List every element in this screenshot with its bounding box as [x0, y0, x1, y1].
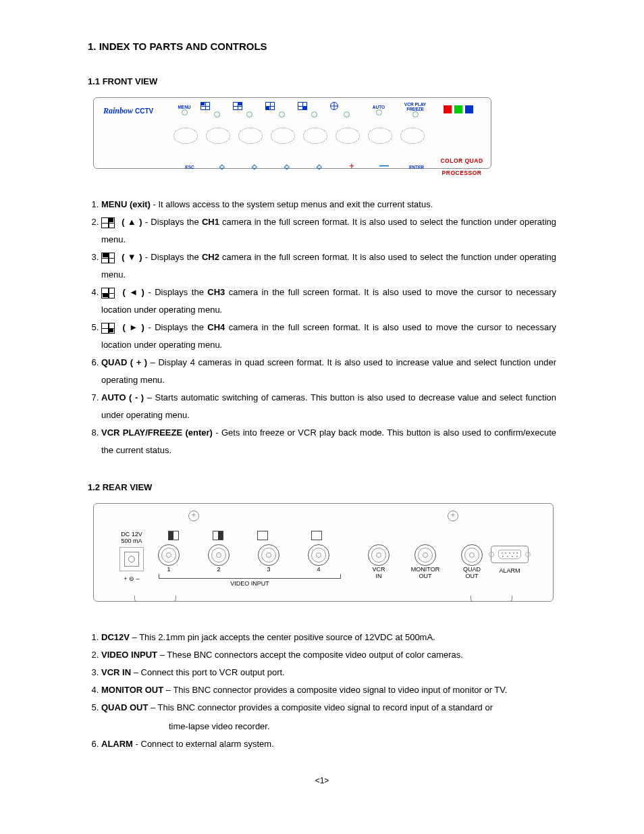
button-oval [271, 128, 295, 144]
polarity-label: + ⊖ – [119, 575, 144, 582]
button-oval [238, 128, 263, 144]
auto-label: AUTO [363, 105, 395, 109]
bnc-connector [258, 544, 279, 566]
bnc-connector [414, 544, 436, 566]
menu-label: MENU [168, 105, 200, 109]
input-2-label: 2 [205, 566, 233, 573]
ch4-icon [298, 102, 307, 110]
page-number: <1> [88, 776, 556, 785]
rear-description-list: DC12V – This 2.1mm pin jack accepts the … [88, 629, 556, 753]
channel-icon [101, 323, 115, 334]
list-item: ( ◄ ) - Displays the CH3 camera in the f… [101, 284, 556, 319]
button-oval [173, 128, 198, 144]
front-view-heading: 1.1 FRONT VIEW [88, 76, 556, 86]
up-arrow-icon: ◇ [219, 163, 225, 170]
quad-out-label: QUAD OUT [456, 566, 488, 579]
led-red [444, 105, 452, 113]
list-item: MONITOR OUT – This BNC connector provide… [101, 681, 556, 699]
input-4-label: 4 [304, 566, 333, 573]
minus-icon: — [379, 160, 389, 171]
button-oval [336, 128, 360, 144]
led-blue [465, 105, 473, 113]
list-item: ( ▲ ) - Displays the CH1 camera in the f… [101, 213, 556, 249]
ma-label: 500 mA [119, 538, 144, 544]
list-item: QUAD OUT – This BNC connector provides a… [101, 699, 556, 735]
vcr-in-label: VCR IN [363, 566, 395, 579]
video-input-label: VIDEO INPUT [159, 580, 341, 587]
brand-logo: Rainbow CCTV [103, 106, 153, 115]
monitor-out-label: MONITOR OUT [407, 566, 444, 579]
list-item: ( ► ) - Displays the CH4 camera in the f… [101, 319, 556, 354]
bnc-connector [308, 544, 329, 566]
bnc-connector [208, 544, 230, 566]
front-panel-diagram: Rainbow CCTV MENU AUTO VCR PLAY FREEZE [93, 97, 491, 169]
alarm-label: ALARM [491, 567, 529, 574]
channel-icon [101, 253, 115, 263]
channel-icon [101, 288, 115, 298]
list-item: AUTO ( - ) – Starts automatic switching … [101, 389, 556, 424]
list-item: ( ▼ ) - Displays the CH2 camera in the f… [101, 249, 556, 284]
rear-panel-diagram: DC 12V 500 mA + ⊖ – 1 2 3 4 VIDEO INPUT … [93, 503, 554, 602]
button-oval [206, 128, 230, 144]
channel-icon [101, 217, 115, 228]
list-item: VCR PLAY/FREEZE (enter) - Gets into free… [101, 424, 556, 459]
dc-label: DC 12V [119, 531, 144, 538]
section-title: 1. INDEX TO PARTS AND CONTROLS [88, 41, 556, 52]
ch3-icon [265, 102, 275, 110]
list-item: ALARM - Connect to external alarm system… [101, 735, 556, 753]
enter-label: ENTER [409, 165, 424, 170]
bnc-connector [158, 544, 180, 566]
led-green [454, 105, 462, 113]
list-item: MENU (exit) - It allows access to the sy… [101, 196, 556, 213]
list-item: DC12V – This 2.1mm pin jack accepts the … [101, 629, 556, 646]
button-oval [368, 128, 392, 144]
alarm-connector [491, 546, 529, 563]
dip-switch-icon [311, 531, 322, 540]
screw-icon [188, 511, 199, 521]
right-arrow-icon: ◇ [317, 163, 322, 170]
button-oval [400, 128, 425, 144]
list-item: QUAD ( + ) – Display 4 cameras in quad s… [101, 354, 556, 389]
quad-icon [330, 102, 338, 110]
button-oval [303, 128, 327, 144]
product-label: COLOR QUAD PROCESSOR [440, 157, 483, 176]
left-arrow-icon: ◇ [284, 163, 290, 170]
list-item: VIDEO INPUT – These BNC connectors accep… [101, 646, 556, 664]
bnc-connector [368, 544, 390, 566]
plus-icon: + [349, 161, 354, 171]
esc-label: ESC [185, 165, 194, 170]
vcr-label: VCR PLAY FREEZE [395, 102, 435, 111]
dc-jack [124, 552, 139, 567]
bnc-connector [461, 544, 483, 566]
list-item: VCR IN – Connect this port to VCR output… [101, 664, 556, 681]
front-description-list: MENU (exit) - It allows access to the sy… [88, 196, 556, 459]
down-arrow-icon: ◇ [252, 163, 257, 170]
ch1-icon [200, 102, 210, 110]
dip-switch-icon [168, 531, 179, 540]
screw-icon [448, 511, 458, 521]
rear-view-heading: 1.2 REAR VIEW [88, 482, 556, 492]
ch2-icon [233, 102, 242, 110]
dip-switch-icon [213, 531, 223, 540]
dip-switch-icon [257, 531, 268, 540]
input-1-label: 1 [155, 566, 183, 573]
input-3-label: 3 [254, 566, 283, 573]
